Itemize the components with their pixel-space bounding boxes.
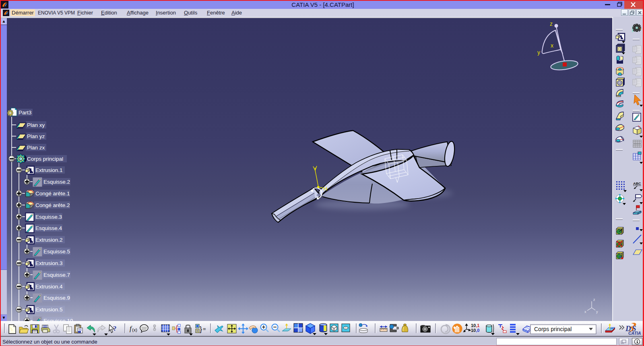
svg-text:Esquisse.4: Esquisse.4	[35, 225, 62, 231]
svg-text:Esquisse.3: Esquisse.3	[35, 214, 62, 220]
svg-text:ABC: ABC	[633, 182, 641, 186]
svg-text:Plan yz: Plan yz	[27, 133, 45, 139]
svg-text:Corps principal: Corps principal	[27, 156, 63, 162]
svg-text:}: }	[200, 325, 202, 333]
svg-text:Esquisse.9: Esquisse.9	[43, 295, 70, 301]
svg-text:10,0: 10,0	[471, 328, 479, 333]
svg-text:(x): (x)	[132, 327, 137, 332]
svg-text:Part3: Part3	[19, 110, 31, 116]
svg-text:Extrusion.2: Extrusion.2	[35, 237, 63, 243]
svg-text:Esquisse.10: Esquisse.10	[43, 318, 73, 321]
svg-text:Extrusion.1: Extrusion.1	[35, 167, 63, 173]
svg-text:x: x	[584, 310, 586, 314]
svg-text:Plan xy: Plan xy	[27, 122, 45, 128]
svg-text:y: y	[537, 49, 540, 56]
svg-text:Extrusion.4: Extrusion.4	[35, 284, 63, 290]
svg-text:Extrusion.3: Extrusion.3	[35, 260, 63, 266]
svg-text:Corps principal: Corps principal	[534, 326, 572, 332]
svg-text:CATIA: CATIA	[628, 331, 641, 336]
svg-text:y: y	[596, 310, 598, 314]
svg-text:Plan zx: Plan zx	[27, 145, 45, 151]
svg-text:Esquisse.7: Esquisse.7	[43, 272, 70, 278]
svg-text:Esquisse.5: Esquisse.5	[43, 249, 70, 255]
svg-text:Congé arête.1: Congé arête.1	[35, 191, 70, 197]
svg-text:Congé arête.2: Congé arête.2	[35, 202, 70, 208]
svg-text:?: ?	[113, 325, 117, 332]
svg-text:z: z	[550, 21, 553, 27]
svg-text:=: =	[203, 326, 206, 332]
svg-text:10,1: 10,1	[471, 323, 479, 328]
svg-text:x: x	[551, 42, 553, 49]
svg-text:H: H	[324, 186, 327, 192]
svg-text:z: z	[593, 298, 595, 302]
svg-text:Esquisse.2: Esquisse.2	[43, 179, 70, 185]
svg-text:Extrusion.5: Extrusion.5	[35, 307, 63, 313]
